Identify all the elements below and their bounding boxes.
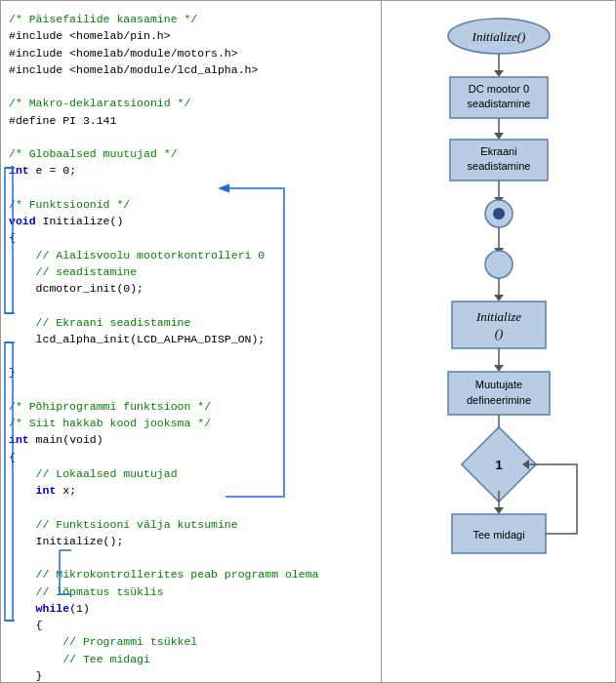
svg-text:Muutujate: Muutujate [474,379,521,390]
svg-marker-12 [494,70,504,77]
svg-text:seadistamine: seadistamine [467,160,530,172]
code-panel: /* Päisefailide kaasamine */ #include <h… [1,1,382,682]
code-line-22: } [9,364,373,381]
code-line-13: void Initialize() [9,213,373,229]
code-line-32: Initialize(); [9,533,373,549]
svg-text:Initialize(): Initialize() [471,29,525,44]
code-line-21 [9,347,373,364]
code-line-39: // Tee midagi [9,651,373,667]
code-line-1: /* Päisefailide kaasamine */ [9,11,373,27]
code-line-6: /* Makro-deklaratsioonid */ [9,95,373,111]
code-line-3: #include <homelab/module/motors.h> [9,45,373,61]
code-line-18 [9,297,373,313]
code-line-40: } [9,667,373,682]
code-line-11 [9,180,373,196]
code-line-8 [9,129,373,145]
code-line-25: /* Siit hakkab kood jooksma */ [9,415,373,431]
svg-marker-17 [494,133,504,140]
code-line-37: { [9,617,373,633]
svg-text:1: 1 [495,458,502,472]
code-line-29: int x; [9,482,373,499]
code-line-7: #define PI 3.141 [9,112,373,129]
svg-point-24 [493,208,505,220]
code-line-30 [9,499,373,515]
code-line-16: // seadistamine [9,263,373,280]
flowchart-panel: Initialize() DC mootor 0 seadistamine Ek… [382,1,615,682]
flowchart-svg: Initialize() DC mootor 0 seadistamine Ek… [382,9,615,674]
code-line-27: { [9,449,373,465]
main-container: /* Päisefailide kaasamine */ #include <h… [0,0,616,683]
code-line-33 [9,549,373,566]
svg-text:Initialize: Initialize [474,309,520,324]
code-line-20: lcd_alpha_init(LCD_ALPHA_DISP_ON); [9,331,373,347]
code-line-12: /* Funktsioonid */ [9,196,373,213]
code-line-28: // Lokaalsed muutujad [9,465,373,482]
code-line-5 [9,78,373,95]
code-line-23 [9,382,373,398]
code-line-31: // Funktsiooni välja kutsumine [9,516,373,533]
code-line-24: /* Põhiprogrammi funktsioon */ [9,398,373,415]
code-line-36: while(1) [9,600,373,617]
code-line-4: #include <homelab/module/lcd_alpha.h> [9,61,373,78]
code-line-34: // Mikrokontrollerites peab programm ole… [9,566,373,583]
svg-text:seadistamine: seadistamine [467,98,530,109]
svg-point-27 [485,251,513,278]
svg-text:Ekraani: Ekraani [480,145,516,157]
svg-marker-29 [494,295,504,301]
svg-text:defineerimine: defineerimine [466,394,530,406]
svg-text:(): () [494,326,503,341]
code-line-26: int main(void) [9,431,373,448]
svg-marker-34 [494,365,504,372]
code-line-19: // Ekraani seadistamine [9,314,373,331]
svg-marker-43 [494,507,504,514]
code-line-17: dcmotor_init(0); [9,280,373,297]
code-line-15: // Alalisvoolu mootorkontrolleri 0 [9,247,373,263]
code-line-9: /* Globaalsed muutujad */ [9,145,373,162]
svg-text:DC mootor 0: DC mootor 0 [468,83,528,95]
svg-text:Tee midagi: Tee midagi [472,529,524,541]
code-line-2: #include <homelab/pin.h> [9,27,373,44]
code-line-10: int e = 0; [9,162,373,179]
code-line-38: // Programmi tsükkel [9,633,373,650]
code-line-35: // lõpmatus tsüklis [9,583,373,600]
code-line-14: { [9,229,373,246]
